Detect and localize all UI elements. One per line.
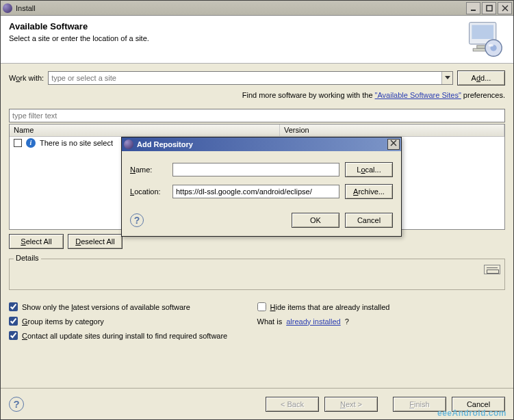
- details-group: Details: [9, 259, 505, 290]
- already-installed-row: What is already installed?: [257, 317, 506, 326]
- deselect-all-button[interactable]: Deselect All: [68, 234, 123, 249]
- work-with-input[interactable]: [49, 74, 441, 82]
- wizard-install-icon: [465, 20, 504, 58]
- svg-rect-1: [487, 5, 492, 11]
- modal-close-button[interactable]: [387, 139, 400, 150]
- work-with-row: Work with: Add...: [9, 70, 505, 86]
- modal-titlebar: Add Repository: [122, 137, 401, 151]
- archive-button[interactable]: Archive...: [345, 184, 393, 199]
- filter-input[interactable]: [9, 109, 505, 122]
- chevron-down-icon: [445, 75, 450, 81]
- back-button[interactable]: < Back: [266, 397, 319, 412]
- header-title: Available Software: [9, 21, 505, 31]
- titlebar: Install: [1, 1, 513, 16]
- add-repository-dialog: Add Repository Name: Local... Location: …: [121, 137, 402, 237]
- eclipse-icon: [123, 139, 134, 150]
- svg-rect-5: [472, 25, 493, 39]
- help-icon[interactable]: ?: [9, 397, 24, 412]
- available-sites-link[interactable]: "Available Software Sites": [375, 91, 461, 99]
- work-with-label: Work with:: [9, 74, 44, 82]
- wizard-header: Available Software Select a site or ente…: [1, 16, 513, 64]
- opt-group-category[interactable]: Group items by category: [9, 317, 257, 326]
- restore-icon[interactable]: [484, 265, 500, 274]
- svg-point-10: [489, 44, 493, 47]
- close-button[interactable]: [498, 2, 512, 14]
- modal-cancel-button[interactable]: Cancel: [345, 213, 393, 228]
- info-icon: i: [26, 138, 36, 148]
- location-input[interactable]: [172, 185, 339, 198]
- row-checkbox[interactable]: [14, 139, 22, 147]
- col-name[interactable]: Name: [10, 124, 280, 136]
- close-icon: [390, 140, 397, 146]
- watermark: eeeAndroid.com: [437, 408, 506, 418]
- opt-contact-sites[interactable]: Contact all update sites during install …: [9, 331, 505, 340]
- local-button[interactable]: Local...: [345, 162, 393, 177]
- eclipse-icon: [2, 3, 13, 14]
- location-label: Location:: [130, 187, 167, 196]
- details-label: Details: [14, 254, 41, 262]
- minimize-button[interactable]: [466, 2, 480, 14]
- maximize-button[interactable]: [482, 2, 496, 14]
- name-label: Name:: [130, 166, 167, 174]
- header-subtitle: Select a site or enter the location of a…: [9, 34, 505, 42]
- name-input[interactable]: [172, 163, 339, 176]
- add-button[interactable]: Add...: [457, 70, 505, 86]
- col-version[interactable]: Version: [280, 124, 504, 136]
- find-more-text: Find more software by working with the "…: [9, 91, 505, 99]
- opt-latest-versions[interactable]: Show only the latest versions of availab…: [9, 302, 257, 311]
- opt-hide-installed[interactable]: Hide items that are already installed: [257, 302, 506, 311]
- next-button[interactable]: Next >: [324, 397, 378, 412]
- select-all-button[interactable]: Select All: [9, 234, 64, 249]
- empty-message: There is no site select: [40, 139, 113, 147]
- modal-help-icon[interactable]: ?: [130, 213, 144, 227]
- svg-marker-11: [445, 76, 450, 79]
- window-title: Install: [16, 4, 466, 12]
- modal-ok-button[interactable]: OK: [292, 213, 339, 228]
- work-with-combo[interactable]: [48, 71, 453, 85]
- install-window: Install Available Software Select a site…: [0, 0, 514, 420]
- wizard-footer: ? < Back Next > Finish Cancel: [1, 388, 513, 419]
- combo-dropdown-button[interactable]: [441, 72, 452, 84]
- already-installed-link[interactable]: already installed: [286, 317, 341, 326]
- modal-title: Add Repository: [137, 140, 387, 148]
